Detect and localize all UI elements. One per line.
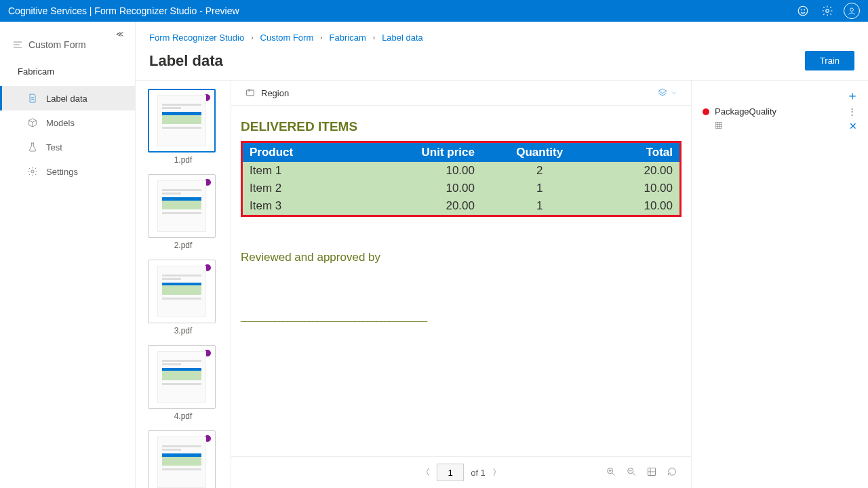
- zoom-tools: [606, 466, 677, 479]
- region-icon: [245, 87, 256, 98]
- svg-point-4: [850, 8, 854, 12]
- breadcrumb-link[interactable]: Fabricam: [330, 33, 366, 43]
- thumbnail[interactable]: [148, 260, 216, 323]
- layers-button[interactable]: [657, 87, 677, 98]
- chevron-down-icon: [671, 89, 677, 96]
- prev-page-icon[interactable]: 〈: [421, 466, 430, 479]
- next-page-icon[interactable]: 〉: [492, 466, 501, 479]
- document-canvas[interactable]: DELIVERED ITEMS Product Unit price Quant…: [231, 106, 691, 456]
- svg-point-1: [801, 9, 802, 10]
- user-avatar-icon[interactable]: [844, 3, 860, 19]
- signature-line: ________________________________________…: [241, 312, 682, 322]
- sidebar: ≪ Custom Form Fabricam Label data Models…: [0, 22, 136, 488]
- table-row: Item 320.00110.00: [243, 197, 679, 215]
- sidebar-item-test[interactable]: Test: [0, 135, 135, 159]
- table-row: Item 110.00220.00: [243, 162, 679, 180]
- col-header: Total: [597, 143, 679, 162]
- label-color-dot: [703, 108, 709, 115]
- svg-rect-11: [247, 90, 254, 96]
- reviewed-by-label: Reviewed and approved by: [241, 251, 682, 264]
- app-title: Cognitive Services | Form Recognizer Stu…: [8, 5, 239, 16]
- document-icon: [27, 93, 38, 104]
- breadcrumb-link[interactable]: Custom Form: [260, 33, 314, 43]
- thumbnail-label: 3.pdf: [148, 326, 218, 336]
- layers-icon: [657, 87, 668, 98]
- table-row: Item 210.00110.00: [243, 180, 679, 197]
- thumbnail[interactable]: [148, 89, 216, 152]
- collapse-sidebar-icon[interactable]: ≪: [116, 30, 124, 39]
- breadcrumb-link[interactable]: Label data: [382, 33, 423, 43]
- rotate-icon[interactable]: [667, 466, 677, 479]
- thumbnail-label: 4.pdf: [148, 411, 218, 421]
- sidebar-heading: Custom Form: [0, 33, 135, 60]
- svg-rect-20: [716, 122, 722, 128]
- label-item[interactable]: PackageQuality ⋮: [701, 104, 859, 119]
- gear-icon: [27, 166, 38, 177]
- zoom-out-icon[interactable]: [626, 466, 637, 479]
- label-subrow: ✕: [701, 119, 859, 133]
- thumbnail-list: 1.pdf 2.pdf 3.pdf 4.pdf 5.pdf: [136, 81, 231, 488]
- settings-icon[interactable]: [819, 3, 835, 19]
- add-label-button[interactable]: ＋: [846, 87, 859, 104]
- label-menu-icon[interactable]: ⋮: [848, 106, 857, 117]
- sidebar-heading-label: Custom Form: [28, 39, 86, 50]
- zoom-in-icon[interactable]: [606, 466, 616, 479]
- svg-point-10: [31, 170, 34, 173]
- sidebar-item-models[interactable]: Models: [0, 110, 135, 135]
- document-section-title: DELIVERED ITEMS: [241, 119, 682, 134]
- canvas-area: Region DELIVERED ITEMS Product Unit pric…: [231, 81, 692, 488]
- svg-point-3: [826, 9, 829, 13]
- thumbnail[interactable]: [148, 174, 216, 238]
- page-title: Label data: [149, 52, 223, 70]
- svg-point-0: [798, 6, 808, 16]
- table-selection-highlight[interactable]: Product Unit price Quantity Total Item 1…: [241, 141, 682, 217]
- thumbnail-label: 2.pdf: [148, 241, 218, 250]
- table-type-icon[interactable]: [715, 121, 723, 131]
- svg-point-2: [804, 9, 805, 10]
- sidebar-item-label: Models: [46, 118, 75, 128]
- sidebar-item-label-data[interactable]: Label data: [0, 86, 135, 110]
- breadcrumb-link[interactable]: Form Recognizer Studio: [149, 33, 244, 43]
- thumbnail[interactable]: [148, 345, 216, 409]
- svg-line-13: [612, 473, 614, 475]
- sidebar-item-label: Label data: [46, 94, 87, 104]
- page-total: of 1: [471, 468, 486, 478]
- sidebar-item-label: Settings: [46, 167, 78, 177]
- thumbnail[interactable]: [148, 430, 216, 488]
- col-header: Quantity: [481, 143, 597, 162]
- train-button[interactable]: Train: [805, 51, 854, 70]
- fit-icon[interactable]: [646, 466, 657, 479]
- col-header: Product: [243, 143, 353, 162]
- label-name: PackageQuality: [715, 106, 842, 117]
- delivered-items-table: Product Unit price Quantity Total Item 1…: [243, 143, 679, 215]
- header-actions: [795, 3, 860, 19]
- delete-label-icon[interactable]: ✕: [849, 121, 857, 131]
- sidebar-item-settings[interactable]: Settings: [0, 159, 135, 184]
- feedback-icon[interactable]: [795, 3, 811, 19]
- page-input[interactable]: [437, 464, 464, 481]
- cube-icon: [27, 117, 38, 128]
- flask-icon: [27, 142, 38, 152]
- labels-panel: ＋ PackageQuality ⋮ ✕: [692, 81, 868, 488]
- svg-line-17: [633, 473, 635, 475]
- app-header: Cognitive Services | Form Recognizer Stu…: [0, 0, 868, 22]
- sidebar-item-label: Test: [46, 142, 62, 152]
- col-header: Unit price: [353, 143, 481, 162]
- project-name[interactable]: Fabricam: [0, 60, 135, 83]
- breadcrumb: Form Recognizer Studio› Custom Form› Fab…: [136, 22, 868, 47]
- pager: 〈 of 1 〉: [421, 464, 501, 481]
- region-button[interactable]: Region: [245, 87, 289, 98]
- region-label: Region: [261, 88, 289, 98]
- thumbnail-label: 1.pdf: [148, 155, 218, 165]
